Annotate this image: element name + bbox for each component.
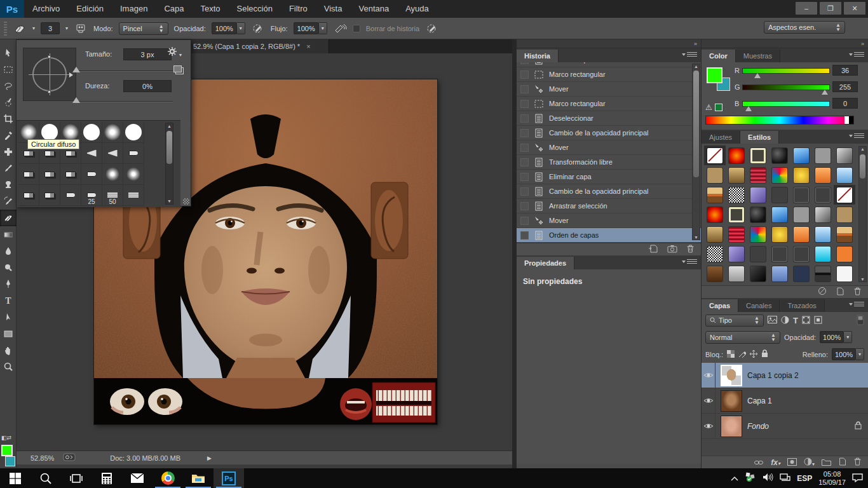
taskbar-search-icon[interactable] [31,468,61,488]
tray-clock[interactable]: 05:08 15/09/17 [818,470,846,487]
minimize-button[interactable]: – [796,2,817,15]
history-source-checkbox[interactable] [520,231,529,240]
history-source-checkbox[interactable] [520,129,529,137]
menu-seleccion[interactable]: Selección [229,0,281,18]
brush-preset-picker-icon[interactable] [74,22,88,35]
lasso-tool-icon[interactable] [0,78,17,94]
brush-size-arrow[interactable]: ▾ [65,25,68,31]
history-scrollbar[interactable]: ▲▼ [692,64,700,240]
channel-slider[interactable] [742,68,830,74]
history-source-checkbox[interactable] [520,217,529,225]
style-swatch[interactable] [726,146,747,165]
airbrush-icon[interactable] [333,22,347,35]
style-swatch[interactable] [790,185,812,205]
delete-style-icon[interactable] [853,287,862,298]
brush-preset[interactable] [39,164,60,185]
filter-adjustment-icon[interactable] [781,316,789,325]
style-swatch[interactable] [812,205,834,224]
style-swatch[interactable] [704,185,726,205]
erase-history-checkbox[interactable] [353,25,360,32]
style-swatch[interactable] [790,244,812,264]
opacity-control[interactable]: 100%▾ [820,331,852,343]
tablet-pressure-opacity-icon[interactable] [251,22,265,35]
style-swatch[interactable] [769,146,790,165]
hand-tool-icon[interactable] [0,342,17,358]
history-source-checkbox[interactable] [520,158,529,166]
tamano-value[interactable]: 3 px [123,48,172,60]
style-swatch[interactable] [704,165,726,185]
gamut-warning[interactable]: ⚠ [705,103,722,112]
tamano-slider[interactable] [74,71,173,72]
blend-mode-select[interactable]: Normal▲▼ [705,331,780,344]
style-swatch[interactable] [747,146,769,165]
brush-grid-scrollbar[interactable]: ▲▼ [165,123,173,205]
style-swatch[interactable] [747,205,769,224]
history-panel-menu-icon[interactable] [687,52,697,58]
sync-settings-icon[interactable] [63,453,76,463]
channel-value[interactable]: 36 [832,65,858,76]
tab-color[interactable]: Color [702,50,736,62]
dodge-tool-icon[interactable] [0,259,17,276]
history-state[interactable]: Arrastrar selección [517,199,701,214]
history-state[interactable]: Transformación libre [517,155,701,170]
layers-panel-menu-icon[interactable] [854,302,864,308]
brush-preset[interactable] [81,143,102,164]
style-swatch[interactable] [790,205,812,224]
tab-capas[interactable]: Capas [702,299,738,312]
background-color-swatch[interactable] [5,456,15,466]
adjustment-layer-icon[interactable]: ▾ [804,457,815,468]
style-swatch[interactable] [834,264,855,283]
history-source-checkbox[interactable] [520,62,529,64]
style-swatch[interactable] [704,205,726,224]
brush-preset[interactable] [60,164,81,185]
style-swatch[interactable] [747,244,769,264]
history-source-checkbox[interactable] [520,71,529,79]
collapse-panels-icon[interactable]: » [517,39,701,48]
taskbar-task-view-icon[interactable] [61,468,92,488]
style-swatch[interactable] [812,244,834,264]
history-brush-tool-icon[interactable] [0,193,17,210]
menu-ayuda[interactable]: Ayuda [397,0,437,18]
taskbar-mail-icon[interactable] [122,468,153,488]
tab-canales[interactable]: Canales [738,299,780,312]
brush-preset[interactable] [102,143,123,164]
style-swatch[interactable] [747,224,769,244]
menu-texto[interactable]: Texto [192,0,228,18]
history-state[interactable]: Cambio de la opacidad principal [517,184,701,199]
gradient-tool-icon[interactable] [0,226,17,243]
filter-toggle-switch[interactable] [857,315,864,327]
style-swatch[interactable] [726,264,747,283]
layer-mask-icon[interactable] [787,457,797,468]
brush-panel-gear-icon[interactable]: ▾ [167,46,182,58]
new-group-icon[interactable] [822,457,831,468]
color-spectrum-ramp[interactable] [705,116,854,125]
lock-all-icon[interactable] [761,349,768,359]
menu-filtro[interactable]: Filtro [281,0,316,18]
history-state[interactable]: Mover [517,82,701,97]
history-state[interactable]: Deseleccionar [517,111,701,126]
style-swatch[interactable] [747,165,769,185]
eraser-tool-icon[interactable] [13,22,27,35]
style-swatch[interactable] [812,146,834,165]
brush-preset[interactable] [123,185,144,206]
history-source-checkbox[interactable] [520,187,529,196]
tray-sync-icon[interactable] [745,472,756,484]
zoom-tool-icon[interactable] [0,358,17,375]
delete-layer-icon[interactable] [853,457,862,468]
style-swatch[interactable] [769,165,790,185]
lock-transparency-icon[interactable] [727,350,735,359]
eraser-preset-arrow[interactable]: ▾ [32,25,35,31]
tab-propiedades[interactable]: Propiedades [517,257,574,269]
layer-name[interactable]: Capa 1 copia 2 [747,371,799,380]
channel-slider[interactable] [742,101,830,107]
brush-preset[interactable] [102,164,123,185]
style-swatch[interactable] [790,165,812,185]
history-source-checkbox[interactable] [520,202,529,210]
taskbar-explorer-icon[interactable] [183,468,214,488]
style-swatch[interactable] [769,224,790,244]
style-swatch[interactable] [747,185,769,205]
style-swatch[interactable] [704,224,726,244]
history-source-checkbox[interactable] [520,85,529,93]
styles-panel-menu-icon[interactable] [854,133,864,139]
history-source-checkbox[interactable] [520,100,529,108]
